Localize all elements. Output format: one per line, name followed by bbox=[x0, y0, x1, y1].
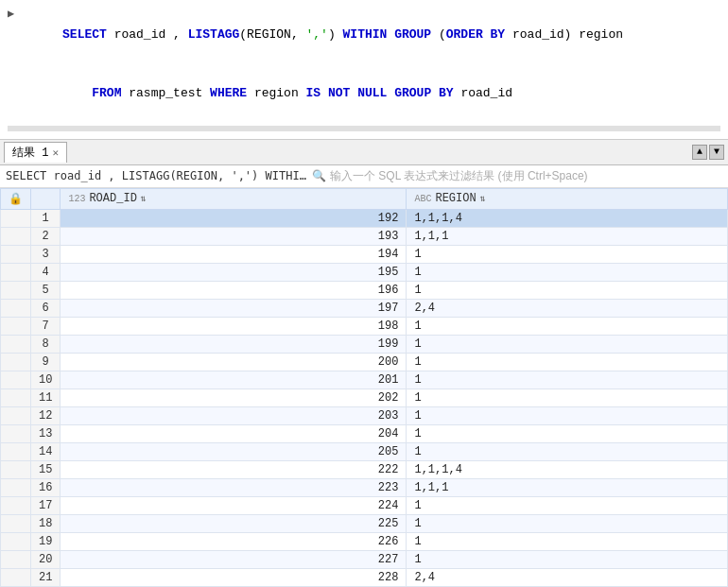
row-number: 17 bbox=[31, 496, 61, 514]
filter-input-area[interactable]: 🔍 输入一个 SQL 表达式来过滤结果 (使用 Ctrl+Space) bbox=[312, 168, 722, 184]
region-cell: 1 bbox=[407, 424, 728, 442]
lock-cell bbox=[1, 371, 31, 388]
table-row[interactable]: 51961 bbox=[1, 281, 728, 299]
region-cell: 1,1,1 bbox=[407, 227, 728, 245]
sql-plain3: ) bbox=[328, 27, 343, 42]
table-row[interactable]: 192261 bbox=[1, 532, 728, 550]
table-row[interactable]: 112021 bbox=[1, 388, 728, 406]
fn-listagg: LISTAGG bbox=[188, 27, 240, 42]
sql-text-line2: FROM rasmp_test WHERE region IS NOT NULL… bbox=[18, 64, 512, 123]
region-cell: 1 bbox=[407, 442, 728, 460]
table-row[interactable]: 11921,1,1,4 bbox=[1, 209, 728, 227]
table-row[interactable]: 142051 bbox=[1, 442, 728, 460]
road-id-cell: 228 bbox=[61, 568, 407, 586]
row-number: 20 bbox=[31, 550, 61, 568]
road-id-cell: 192 bbox=[61, 209, 407, 227]
road-id-cell: 203 bbox=[61, 406, 407, 424]
region-cell: 1 bbox=[407, 317, 728, 335]
row-number: 10 bbox=[31, 371, 61, 388]
region-cell: 1,1,1 bbox=[407, 478, 728, 496]
table-row[interactable]: 31941 bbox=[1, 245, 728, 263]
region-cell: 1,1,1,4 bbox=[407, 209, 728, 227]
region-cell: 1 bbox=[407, 496, 728, 514]
row-number: 9 bbox=[31, 353, 61, 371]
row-number: 6 bbox=[31, 299, 61, 317]
road-id-cell: 226 bbox=[61, 532, 407, 550]
road-id-cell: 224 bbox=[61, 496, 407, 514]
lock-cell bbox=[1, 281, 31, 299]
filter-bar: SELECT road_id , LISTAGG(REGION, ',') WI… bbox=[0, 165, 728, 188]
region-cell: 1 bbox=[407, 371, 728, 388]
kw-from: FROM bbox=[92, 86, 121, 100]
filter-icon: 🔍 bbox=[312, 169, 326, 183]
region-cell: 2,4 bbox=[407, 299, 728, 317]
road-id-type: 123 bbox=[68, 194, 85, 204]
region-sort-icon[interactable]: ⇅ bbox=[480, 193, 486, 204]
col-road-id-header[interactable]: 123 ROAD_ID ⇅ bbox=[61, 188, 407, 209]
table-row[interactable]: 102011 bbox=[1, 371, 728, 388]
table-row[interactable]: 212282,4 bbox=[1, 568, 728, 586]
table-row[interactable]: 172241 bbox=[1, 496, 728, 514]
table-row[interactable]: 162231,1,1 bbox=[1, 478, 728, 496]
region-cell: 1 bbox=[407, 245, 728, 263]
lock-cell bbox=[1, 406, 31, 424]
row-number: 16 bbox=[31, 478, 61, 496]
tab-close-icon[interactable]: ✕ bbox=[52, 147, 59, 159]
lock-cell bbox=[1, 263, 31, 281]
lock-cell bbox=[1, 245, 31, 263]
region-cell: 1 bbox=[407, 353, 728, 371]
road-id-cell: 198 bbox=[61, 317, 407, 335]
sql-text-line1: SELECT road_id , LISTAGG(REGION, ',') WI… bbox=[18, 6, 623, 64]
row-number: 3 bbox=[31, 245, 61, 263]
row-number: 15 bbox=[31, 460, 61, 478]
row-number: 2 bbox=[31, 227, 61, 245]
road-id-cell: 202 bbox=[61, 388, 407, 406]
road-id-cell: 197 bbox=[61, 299, 407, 317]
sql-line-2: ▶ FROM rasmp_test WHERE region IS NOT NU… bbox=[8, 64, 720, 123]
row-number: 19 bbox=[31, 532, 61, 550]
nav-arrows: ▲ ▼ bbox=[692, 145, 724, 160]
kw-isnot: IS NOT bbox=[306, 86, 351, 100]
road-id-cell: 223 bbox=[61, 478, 407, 496]
table-row[interactable]: 41951 bbox=[1, 263, 728, 281]
lock-cell bbox=[1, 550, 31, 568]
kw-select: SELECT bbox=[62, 27, 107, 42]
road-id-label: ROAD_ID bbox=[89, 192, 136, 205]
table-row[interactable]: 61972,4 bbox=[1, 299, 728, 317]
lock-cell bbox=[1, 209, 31, 227]
road-id-cell: 227 bbox=[61, 550, 407, 568]
result-table-wrapper[interactable]: 🔒 123 ROAD_ID ⇅ ABC REGION ⇅ bbox=[0, 188, 728, 587]
nav-up-button[interactable]: ▲ bbox=[692, 145, 707, 160]
road-id-sort-icon[interactable]: ⇅ bbox=[141, 193, 147, 204]
lock-cell bbox=[1, 388, 31, 406]
row-number: 8 bbox=[31, 335, 61, 353]
table-row[interactable]: 202271 bbox=[1, 550, 728, 568]
table-row[interactable]: 152221,1,1,4 bbox=[1, 460, 728, 478]
region-cell: 1 bbox=[407, 281, 728, 299]
lock-cell bbox=[1, 532, 31, 550]
sql-plain8 bbox=[350, 86, 357, 100]
row-number: 21 bbox=[31, 568, 61, 586]
sql-plain2: (REGION, bbox=[239, 27, 305, 42]
road-id-cell: 200 bbox=[61, 353, 407, 371]
sql-plain4: ( bbox=[431, 27, 446, 42]
table-row[interactable]: 71981 bbox=[1, 317, 728, 335]
sql-plain10: road_id bbox=[454, 86, 512, 100]
table-row[interactable]: 182251 bbox=[1, 514, 728, 532]
scrollbar[interactable] bbox=[8, 126, 720, 131]
result-tab[interactable]: 结果 1 ✕ bbox=[4, 142, 67, 163]
table-row[interactable]: 81991 bbox=[1, 335, 728, 353]
sql-editor[interactable]: ▶ SELECT road_id , LISTAGG(REGION, ',') … bbox=[0, 0, 728, 140]
road-id-cell: 204 bbox=[61, 424, 407, 442]
table-row[interactable]: 21931,1,1 bbox=[1, 227, 728, 245]
kw-where: WHERE bbox=[210, 86, 247, 100]
table-row[interactable]: 132041 bbox=[1, 424, 728, 442]
sql-plain7: region bbox=[247, 86, 305, 100]
filter-sql-label: SELECT road_id , LISTAGG(REGION, ',') WI… bbox=[6, 169, 308, 182]
col-region-header[interactable]: ABC REGION ⇅ bbox=[407, 188, 728, 209]
table-row[interactable]: 92001 bbox=[1, 353, 728, 371]
road-id-cell: 193 bbox=[61, 227, 407, 245]
table-row[interactable]: 122031 bbox=[1, 406, 728, 424]
region-label: REGION bbox=[435, 192, 476, 205]
nav-down-button[interactable]: ▼ bbox=[709, 145, 724, 160]
